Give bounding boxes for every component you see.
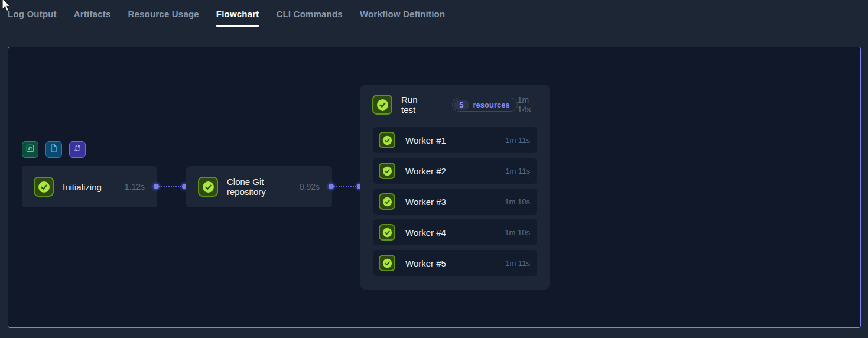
flowchart-toolbar	[22, 141, 86, 158]
connector-line	[159, 186, 184, 187]
success-check-icon	[379, 193, 395, 210]
worker-list: Worker #1 1m 11s Worker #2 1m 11s Worker…	[373, 127, 537, 276]
worker-duration: 1m 11s	[505, 167, 530, 176]
group-duration: 1m 14s	[518, 95, 537, 114]
tab-log-output[interactable]: Log Output	[8, 0, 57, 27]
success-check-icon	[379, 132, 395, 148]
node-label: Clone Git repository	[227, 177, 300, 197]
worker-label: Worker #3	[405, 197, 505, 207]
split-columns-icon	[25, 144, 35, 155]
connector-line	[334, 186, 359, 187]
success-check-icon	[372, 95, 392, 115]
worker-label: Worker #1	[405, 135, 505, 145]
tab-bar: Log Output Artifacts Resource Usage Flow…	[0, 0, 868, 27]
worker-row-3[interactable]: Worker #3 1m 10s	[373, 188, 537, 214]
connector-endpoint-dot	[329, 184, 334, 189]
node-initializing[interactable]: Initializing 1.12s	[22, 166, 157, 207]
tab-cli-commands[interactable]: CLI Commands	[276, 0, 342, 27]
node-duration: 1.12s	[125, 182, 145, 191]
resources-badge-count: 5	[454, 100, 469, 110]
log-file-icon	[49, 144, 58, 155]
log-file-button[interactable]	[45, 141, 62, 158]
worker-duration: 1m 10s	[505, 197, 530, 206]
worker-duration: 1m 11s	[505, 136, 530, 145]
worker-row-4[interactable]: Worker #4 1m 10s	[373, 219, 537, 245]
worker-label: Worker #5	[405, 258, 505, 268]
resources-badge-label: resources	[469, 100, 516, 109]
group-run-test-header[interactable]: Run test 5 resources 1m 14s	[360, 84, 550, 115]
tab-workflow-definition[interactable]: Workflow Definition	[360, 0, 445, 27]
git-compare-icon	[73, 144, 82, 155]
worker-row-1[interactable]: Worker #1 1m 11s	[373, 127, 537, 153]
worker-row-5[interactable]: Worker #5 1m 11s	[373, 250, 537, 276]
node-duration: 0.92s	[300, 182, 320, 191]
success-check-icon	[34, 177, 54, 197]
git-compare-button[interactable]	[69, 141, 86, 158]
group-title: Run test	[401, 95, 424, 115]
group-run-test: Run test 5 resources 1m 14s Worker #1 1m…	[360, 84, 550, 290]
connector-endpoint-dot	[154, 184, 159, 189]
success-check-icon	[379, 224, 395, 240]
tab-resource-usage[interactable]: Resource Usage	[128, 0, 199, 27]
success-check-icon	[379, 162, 395, 179]
worker-label: Worker #2	[405, 166, 505, 176]
resources-badge[interactable]: 5 resources	[452, 98, 517, 112]
success-check-icon	[198, 177, 218, 197]
node-label: Initializing	[63, 182, 125, 192]
split-columns-button[interactable]	[22, 141, 38, 158]
success-check-icon	[379, 255, 395, 271]
worker-label: Worker #4	[405, 228, 505, 238]
app-root: { "tabs": { "items": [ { "label": "Log O…	[0, 0, 868, 338]
node-clone-git-repository[interactable]: Clone Git repository 0.92s	[186, 166, 332, 207]
worker-duration: 1m 11s	[505, 259, 530, 268]
tab-flowchart[interactable]: Flowchart	[216, 0, 259, 27]
tab-artifacts[interactable]: Artifacts	[74, 0, 111, 27]
worker-duration: 1m 10s	[505, 228, 530, 237]
worker-row-2[interactable]: Worker #2 1m 11s	[373, 158, 537, 184]
